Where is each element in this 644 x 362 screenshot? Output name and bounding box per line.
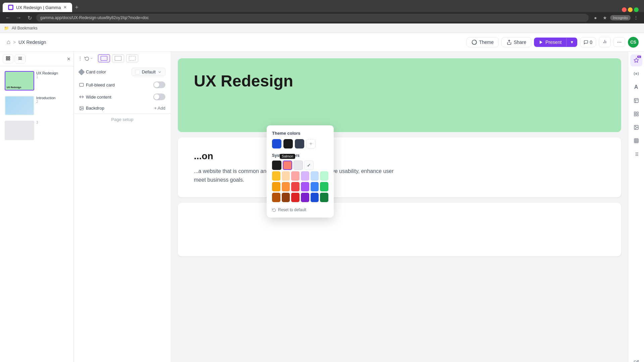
toggle-knob [154,94,159,100]
card-color-selector[interactable]: Default [131,68,165,76]
typography-button[interactable]: A [630,81,642,93]
theme-button[interactable]: Theme [467,37,499,47]
edit-icon [634,360,639,362]
extensions-icon[interactable]: ● [591,14,599,22]
slide-item[interactable]: 3 [3,119,71,142]
color-check[interactable]: ✓ [304,161,314,170]
svg-rect-22 [634,112,636,114]
tab-close-button[interactable]: ✕ [63,5,67,10]
forward-button[interactable]: → [15,14,23,22]
share-label: Share [514,40,526,45]
theme-color-blue[interactable] [272,139,281,148]
image-button[interactable] [630,121,642,133]
table-icon [634,138,639,143]
system-colors-row1: Salmon ✓ [272,161,328,170]
layout-button[interactable] [630,95,642,107]
maximize-window-button[interactable] [634,7,639,12]
slide-card-3[interactable] [178,203,621,256]
table-button[interactable] [630,135,642,147]
present-dropdown-button[interactable]: ▼ [566,38,577,47]
format-text-button[interactable] [630,68,642,80]
right-sidebar: AI A [628,52,644,362]
slide-number: 1 [36,75,58,79]
grid-button[interactable] [630,108,642,120]
slides-panel: ✕ UX Redesign UX Redesign 1 [0,52,74,362]
present-main-button[interactable]: Present [534,38,566,47]
color-white[interactable] [293,161,303,170]
color-peach-light[interactable] [282,171,290,181]
card-style-outline[interactable] [126,54,138,62]
slide-card-2[interactable]: ...on ...a website that is common and va… [178,137,621,197]
page-setup-button[interactable]: Page setup [74,113,171,125]
theme-color-darkgray[interactable] [295,139,304,148]
active-tab[interactable]: UX Redesign | Gamma ✕ [3,3,72,12]
color-yellow-dark[interactable] [272,193,280,202]
color-green-light[interactable] [320,171,328,181]
new-tab-button[interactable]: + [72,3,81,12]
ai-assistant-button[interactable]: AI [630,54,642,66]
present-label: Present [545,40,561,45]
color-red-mid[interactable] [291,182,300,191]
svg-point-16 [80,107,81,108]
svg-rect-23 [637,112,638,114]
wide-content-label: Wide content [79,95,111,100]
color-purple-light[interactable] [301,171,309,181]
color-yellow-mid[interactable] [272,182,280,191]
color-red-dark[interactable] [291,193,300,202]
color-orange-mid[interactable] [282,182,290,191]
back-button[interactable]: ← [4,14,12,22]
bookmarks-label[interactable]: All Bookmarks [12,26,38,31]
color-blue-dark[interactable] [311,193,319,202]
sidebar-close-button[interactable]: ✕ [67,56,71,62]
list-view-button[interactable] [15,54,25,63]
menu-icon[interactable]: ⋮ [632,14,640,22]
breadcrumb-item[interactable]: UX Redesign [18,40,46,45]
svg-rect-13 [79,83,84,86]
slide-item[interactable]: Introduction 2 [3,94,71,117]
slide-item[interactable]: UX Redesign UX Redesign 1 [3,69,71,93]
bookmark-icon[interactable]: ★ [601,14,609,22]
color-green-dark[interactable] [320,193,328,202]
color-black[interactable] [272,161,281,170]
svg-rect-8 [6,59,8,60]
avatar[interactable]: CS [628,37,639,48]
card-style-minimal[interactable] [112,54,124,62]
color-blue-light[interactable] [311,171,319,181]
more-options-button[interactable]: ⋯ [613,37,625,47]
slide-main-title: UX Redesign [194,72,605,90]
color-green-mid[interactable] [320,182,328,191]
backdrop-add-button[interactable]: + Add [154,106,165,111]
close-window-button[interactable] [622,7,627,12]
share-button[interactable]: Share [501,37,531,47]
color-salmon[interactable]: Salmon [283,161,292,170]
color-yellow-light[interactable] [272,171,280,181]
svg-rect-6 [6,57,8,58]
list-button[interactable] [630,148,642,160]
color-red-light[interactable] [291,171,300,181]
full-bleed-toggle[interactable] [153,81,165,88]
top-nav: ⌂ > UX Redesign Theme Share Present ▼ [0,33,644,52]
bookmarks-folder-icon: 📁 [4,26,9,31]
minimize-window-button[interactable] [628,7,633,12]
analytics-button[interactable] [599,37,611,47]
color-purple-mid[interactable] [301,182,309,191]
grid-view-button[interactable] [3,54,13,63]
color-purple-dark[interactable] [301,193,309,202]
rotate-button[interactable] [85,56,93,61]
comments-button[interactable]: 0 [580,37,596,47]
color-orange-dark[interactable] [282,193,290,202]
wide-content-toggle[interactable] [153,94,165,100]
card-style-default[interactable] [98,54,110,62]
home-icon[interactable]: ⌂ [7,39,10,46]
slide-card-1[interactable]: UX Redesign [178,58,621,132]
theme-color-dark[interactable] [283,139,293,148]
refresh-button[interactable]: ↻ [25,14,34,22]
url-bar[interactable]: gamma.app/docs/UX-Redesign-utuw9ty82oy1f… [36,14,589,22]
color-blue-mid[interactable] [311,182,319,191]
typography-icon: A [634,84,638,90]
reset-to-default-button[interactable]: Reset to default [272,205,328,212]
more-options-icon[interactable]: ⋮ [78,56,83,61]
theme-color-add-button[interactable]: + [306,139,316,148]
url-text: gamma.app/docs/UX-Redesign-utuw9ty82oy1f… [40,15,149,20]
edit-button[interactable] [630,357,642,362]
